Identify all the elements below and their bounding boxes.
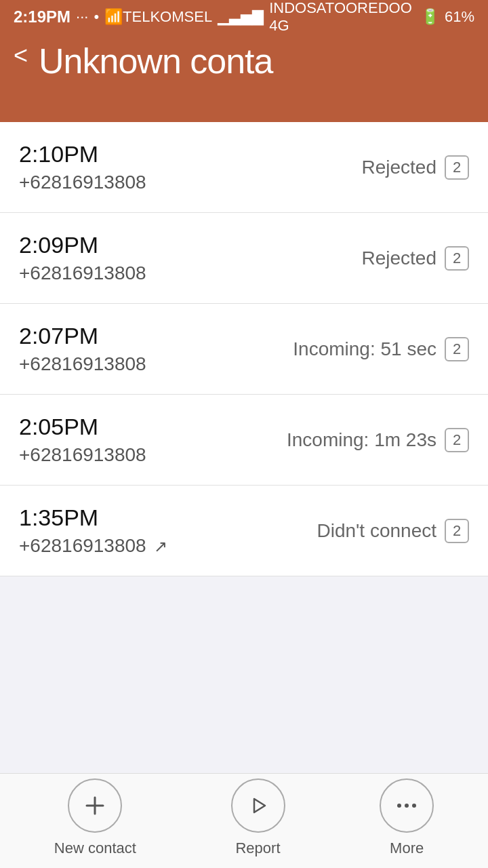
call-right-4: Didn't connect 2 — [317, 519, 469, 543]
more-label: More — [390, 840, 424, 857]
svg-point-4 — [405, 804, 409, 808]
signal-bars-icon: ▁▃▅▇ — [218, 8, 264, 26]
call-status-0: Rejected — [361, 157, 436, 178]
call-count-badge-3: 2 — [445, 428, 469, 452]
call-item-2[interactable]: 2:07PM +62816913808 Incoming: 51 sec 2 — [0, 304, 488, 395]
call-number-4: +62816913808 ↗ — [19, 535, 167, 557]
carrier1-label: TELKOMSEL — [123, 8, 212, 26]
call-count-badge-1: 2 — [445, 246, 469, 271]
call-right-0: Rejected 2 — [361, 155, 469, 180]
bluetooth-icon: • — [94, 8, 99, 26]
call-count-badge-2: 2 — [445, 337, 469, 361]
call-number-2: +62816913808 — [19, 353, 146, 375]
call-status-2: Incoming: 51 sec — [293, 338, 436, 360]
more-button[interactable]: More — [380, 778, 434, 857]
call-item-4[interactable]: 1:35PM +62816913808 ↗ Didn't connect 2 — [0, 486, 488, 576]
call-time-1: 2:09PM — [19, 232, 146, 258]
call-item-0[interactable]: 2:10PM +62816913808 Rejected 2 — [0, 122, 488, 213]
battery-icon: 🔋 — [421, 8, 439, 26]
carrier2-label: INDOSATOOREDOO 4G — [269, 0, 415, 35]
status-bar: 2:19PM ··· • 📶 TELKOMSEL ▁▃▅▇ INDOSATOOR… — [0, 0, 488, 34]
bottom-bar: New contact Report More — [0, 773, 488, 868]
call-left-1: 2:09PM +62816913808 — [19, 232, 146, 284]
call-count-badge-4: 2 — [445, 519, 469, 543]
more-icon — [394, 793, 419, 818]
new-contact-label: New contact — [54, 840, 136, 857]
call-time-4: 1:35PM — [19, 505, 167, 531]
call-right-3: Incoming: 1m 23s 2 — [287, 428, 469, 452]
outgoing-arrow-icon: ↗ — [154, 537, 167, 555]
call-time-3: 2:05PM — [19, 414, 146, 440]
new-contact-icon-circle — [68, 778, 122, 833]
signal-dots: ··· — [76, 8, 88, 26]
call-left-0: 2:10PM +62816913808 — [19, 141, 146, 193]
call-right-1: Rejected 2 — [361, 246, 469, 271]
report-icon-circle — [231, 778, 285, 833]
call-status-4: Didn't connect — [317, 520, 436, 542]
page-title: Unknown conta — [39, 41, 272, 81]
call-number-1: +62816913808 — [19, 262, 146, 284]
status-time: 2:19PM — [14, 7, 70, 26]
call-left-2: 2:07PM +62816913808 — [19, 323, 146, 375]
call-item-3[interactable]: 2:05PM +62816913808 Incoming: 1m 23s 2 — [0, 395, 488, 486]
header: < Unknown conta — [0, 34, 488, 122]
report-label: Report — [235, 840, 280, 857]
back-button[interactable]: < — [14, 43, 28, 68]
new-contact-button[interactable]: New contact — [54, 778, 136, 857]
call-status-1: Rejected — [361, 248, 436, 269]
call-time-0: 2:10PM — [19, 141, 146, 167]
svg-point-5 — [412, 804, 416, 808]
call-right-2: Incoming: 51 sec 2 — [293, 337, 469, 361]
call-count-badge-0: 2 — [445, 155, 469, 180]
call-number-0: +62816913808 — [19, 172, 146, 193]
call-status-3: Incoming: 1m 23s — [287, 429, 436, 451]
status-right: TELKOMSEL ▁▃▅▇ INDOSATOOREDOO 4G 🔋 61% — [123, 0, 474, 35]
call-number-3: +62816913808 — [19, 444, 146, 466]
report-icon — [246, 793, 270, 818]
call-list: 2:10PM +62816913808 Rejected 2 2:09PM +6… — [0, 122, 488, 576]
call-left-3: 2:05PM +62816913808 — [19, 414, 146, 466]
call-time-2: 2:07PM — [19, 323, 146, 349]
more-icon-circle — [380, 778, 434, 833]
battery-percent: 61% — [445, 8, 474, 26]
plus-icon — [83, 793, 107, 818]
svg-marker-2 — [254, 799, 265, 812]
svg-point-3 — [397, 804, 401, 808]
status-left: 2:19PM ··· • 📶 — [14, 7, 123, 26]
call-item-1[interactable]: 2:09PM +62816913808 Rejected 2 — [0, 213, 488, 304]
report-button[interactable]: Report — [231, 778, 285, 857]
call-left-4: 1:35PM +62816913808 ↗ — [19, 505, 167, 557]
wifi-icon: 📶 — [104, 8, 123, 26]
